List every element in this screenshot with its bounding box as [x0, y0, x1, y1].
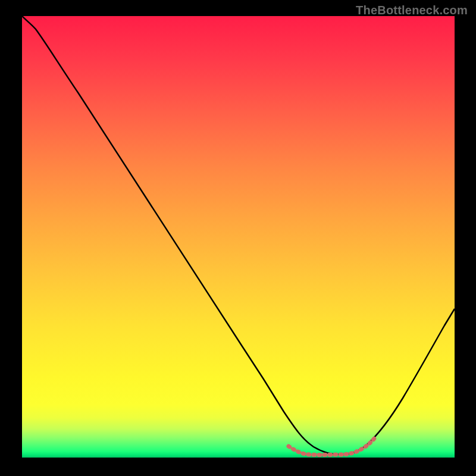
watermark-text: TheBottleneck.com [356, 4, 468, 17]
chart-svg [22, 16, 455, 458]
plot-area [22, 16, 455, 458]
main-curve [22, 16, 455, 455]
highlight-segment [289, 439, 374, 455]
chart-frame: TheBottleneck.com [0, 0, 476, 476]
